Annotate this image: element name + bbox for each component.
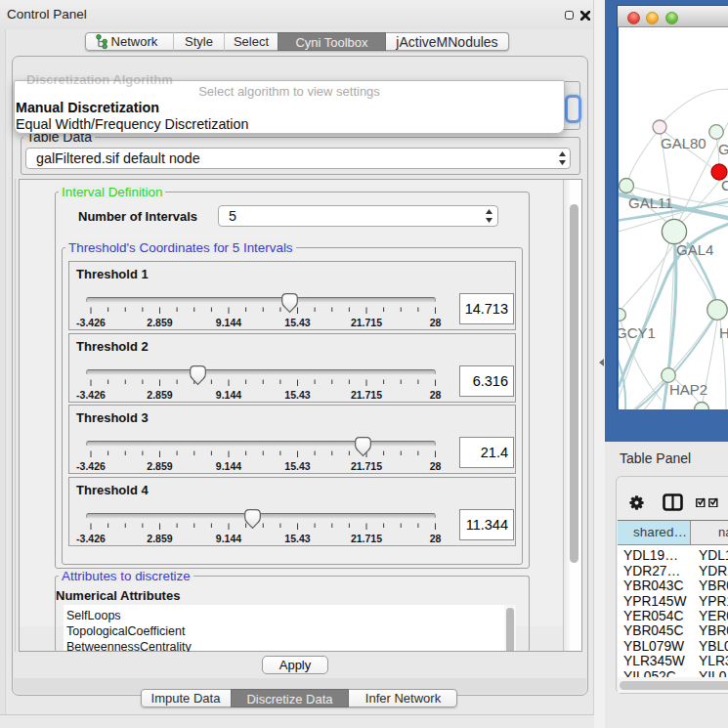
svg-text:H: H: [719, 324, 728, 341]
svg-text:GCY1: GCY1: [619, 324, 656, 341]
svg-text:C: C: [721, 177, 728, 193]
svg-text:GAL11: GAL11: [628, 194, 673, 211]
svg-text:GAL80: GAL80: [661, 135, 707, 151]
svg-text:GA: GA: [718, 141, 728, 157]
svg-text:GAL4: GAL4: [676, 241, 713, 258]
svg-text:HAP2: HAP2: [669, 381, 707, 398]
